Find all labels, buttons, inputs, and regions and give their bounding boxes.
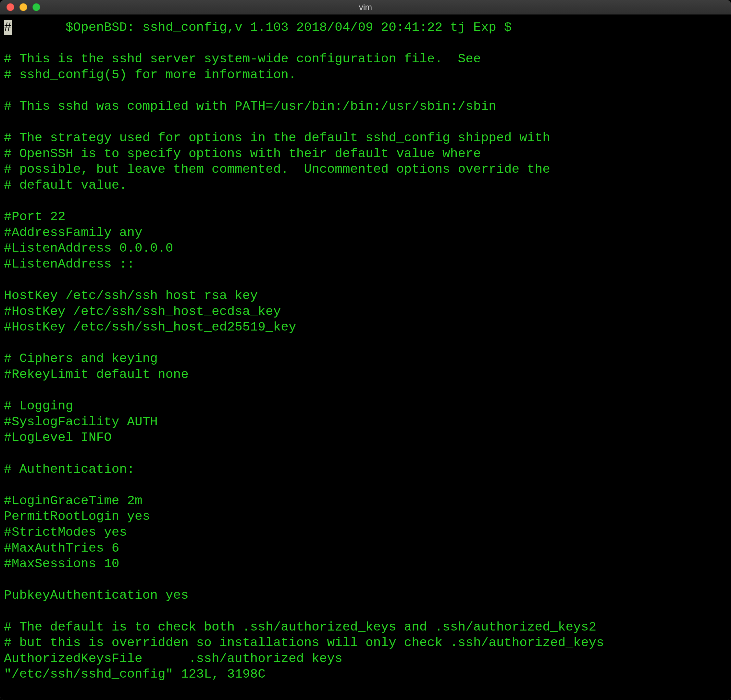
window-controls	[0, 3, 40, 11]
file-line: $OpenBSD: sshd_config,v 1.103 2018/04/09…	[12, 20, 512, 35]
window-title: vim	[0, 2, 731, 12]
close-window-button[interactable]	[6, 3, 14, 11]
terminal-window: vim # $OpenBSD: sshd_config,v 1.103 2018…	[0, 0, 731, 700]
zoom-window-button[interactable]	[32, 3, 40, 11]
file-content: # This is the sshd server system-wide co…	[4, 51, 604, 666]
minimize-window-button[interactable]	[19, 3, 27, 11]
vim-editor-viewport[interactable]: # $OpenBSD: sshd_config,v 1.103 2018/04/…	[0, 15, 731, 700]
window-titlebar[interactable]: vim	[0, 0, 731, 15]
vim-cursor: #	[4, 20, 12, 35]
vim-status-line: "/etc/ssh/sshd_config" 123L, 3198C	[4, 667, 266, 681]
